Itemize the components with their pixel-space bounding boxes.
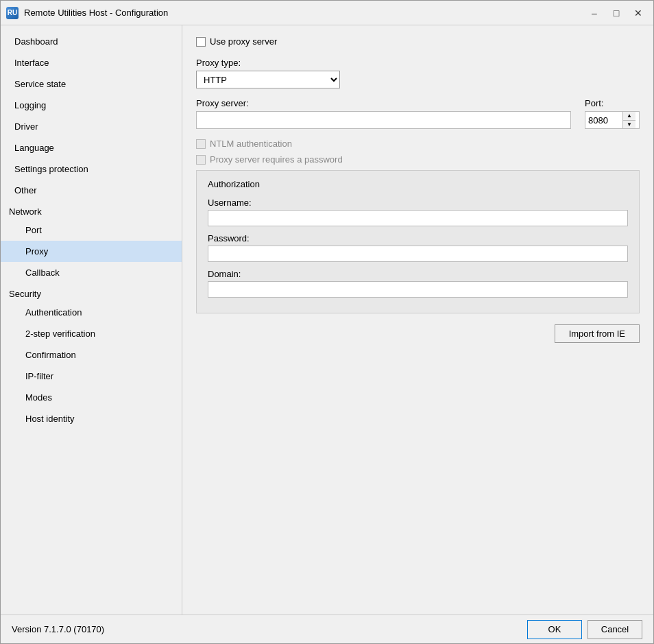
sidebar-item-authentication[interactable]: Authentication xyxy=(1,302,182,323)
ntlm-row: NTLM authentication xyxy=(196,139,640,149)
sidebar-item-logging[interactable]: Logging xyxy=(1,95,182,116)
domain-field: Domain: xyxy=(208,269,628,298)
sidebar-item-driver[interactable]: Driver xyxy=(1,116,182,137)
authorization-title: Authorization xyxy=(208,179,628,189)
sidebar-item-confirmation[interactable]: Confirmation xyxy=(1,344,182,366)
ntlm-label: NTLM authentication xyxy=(210,139,292,149)
password-label: Password: xyxy=(208,233,628,243)
port-spinners: ▲ ▼ xyxy=(622,112,635,128)
sidebar-item-dashboard[interactable]: Dashboard xyxy=(1,31,182,52)
sidebar-item-host-identity[interactable]: Host identity xyxy=(1,408,182,429)
proxy-password-checkbox[interactable] xyxy=(196,155,206,165)
status-bar: Version 7.1.7.0 (70170) OK Cancel xyxy=(1,615,653,643)
sidebar-item-modes[interactable]: Modes xyxy=(1,387,182,408)
import-from-ie-button[interactable]: Import from IE xyxy=(555,324,640,343)
username-input[interactable] xyxy=(208,210,628,226)
proxy-type-select[interactable]: HTTP SOCKS4 SOCKS5 xyxy=(196,71,340,88)
sidebar-item-2step[interactable]: 2-step verification xyxy=(1,323,182,344)
sidebar-item-callback[interactable]: Callback xyxy=(1,262,182,283)
proxy-password-row: Proxy server requires a password xyxy=(196,154,640,165)
window-title: Remote Utilities Host - Configuration xyxy=(24,8,585,18)
main-window: RU Remote Utilities Host - Configuration… xyxy=(0,0,654,644)
proxy-password-label: Proxy server requires a password xyxy=(210,154,343,165)
use-proxy-row: Use proxy server xyxy=(196,36,640,47)
sidebar-item-port[interactable]: Port xyxy=(1,219,182,241)
sidebar-item-other[interactable]: Other xyxy=(1,180,182,201)
ok-button[interactable]: OK xyxy=(527,620,582,639)
proxy-type-select-wrapper: HTTP SOCKS4 SOCKS5 xyxy=(196,71,340,88)
dialog-buttons: OK Cancel xyxy=(527,620,642,639)
proxy-server-input[interactable] xyxy=(196,111,571,129)
proxy-type-label: Proxy type: xyxy=(196,58,640,68)
section-network: Network xyxy=(1,201,182,219)
sidebar-item-language[interactable]: Language xyxy=(1,137,182,158)
window-controls: – □ ✕ xyxy=(585,5,648,21)
title-bar: RU Remote Utilities Host - Configuration… xyxy=(1,1,653,25)
domain-label: Domain: xyxy=(208,269,628,279)
port-label: Port: xyxy=(585,98,640,108)
use-proxy-label: Use proxy server xyxy=(210,36,277,47)
proxy-server-field: Proxy server: xyxy=(196,98,571,129)
proxy-type-group: Proxy type: HTTP SOCKS4 SOCKS5 xyxy=(196,58,640,88)
version-label: Version 7.1.7.0 (70170) xyxy=(12,624,104,634)
port-spin-up[interactable]: ▲ xyxy=(623,112,635,121)
content-area: Dashboard Interface Service state Loggin… xyxy=(1,25,653,615)
domain-input[interactable] xyxy=(208,281,628,298)
ntlm-checkbox[interactable] xyxy=(196,139,206,149)
sidebar-item-service-state[interactable]: Service state xyxy=(1,73,182,95)
port-field: Port: ▲ ▼ xyxy=(585,98,640,129)
sidebar-item-proxy[interactable]: Proxy xyxy=(1,241,182,262)
sidebar-item-ip-filter[interactable]: IP-filter xyxy=(1,366,182,387)
server-port-row: Proxy server: Port: ▲ ▼ xyxy=(196,98,640,129)
port-input-wrapper: ▲ ▼ xyxy=(585,111,640,129)
proxy-content: Use proxy server Proxy type: HTTP SOCKS4… xyxy=(196,36,640,343)
use-proxy-checkbox[interactable] xyxy=(196,37,206,47)
cancel-button[interactable]: Cancel xyxy=(588,620,642,639)
username-label: Username: xyxy=(208,198,628,208)
password-input[interactable] xyxy=(208,246,628,262)
minimize-button[interactable]: – xyxy=(585,5,604,21)
section-security: Security xyxy=(1,283,182,302)
sidebar-item-interface[interactable]: Interface xyxy=(1,52,182,73)
sidebar: Dashboard Interface Service state Loggin… xyxy=(1,25,182,615)
proxy-server-label: Proxy server: xyxy=(196,98,571,108)
authorization-box: Authorization Username: Password: Domain… xyxy=(196,170,640,313)
import-row: Import from IE xyxy=(196,324,640,343)
sidebar-item-settings-protection[interactable]: Settings protection xyxy=(1,158,182,180)
password-field: Password: xyxy=(208,233,628,262)
port-input[interactable] xyxy=(585,112,622,128)
main-panel: Use proxy server Proxy type: HTTP SOCKS4… xyxy=(182,25,653,615)
username-field: Username: xyxy=(208,198,628,226)
close-button[interactable]: ✕ xyxy=(629,5,648,21)
app-icon: RU xyxy=(6,7,19,19)
maximize-button[interactable]: □ xyxy=(607,5,626,21)
port-spin-down[interactable]: ▼ xyxy=(623,121,635,129)
